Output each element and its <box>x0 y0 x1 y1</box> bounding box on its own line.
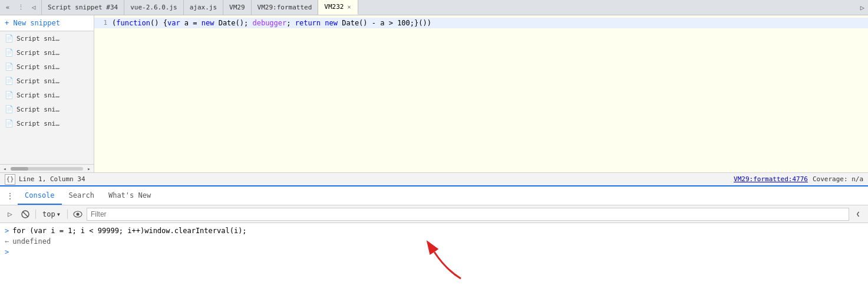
tab-close-VM232[interactable]: ✕ <box>346 4 352 10</box>
snippet-icon: 📄 <box>5 105 14 113</box>
console-result: undefined <box>12 237 51 246</box>
collapse-icon[interactable]: « <box>2 2 13 13</box>
snippet-icon: 📄 <box>5 48 14 57</box>
list-item[interactable]: 📄 Script sni… <box>0 60 94 74</box>
tab-script-snippet-34[interactable]: Script snippet #34 <box>42 0 124 15</box>
snippet-icon: 📄 <box>5 91 14 99</box>
tab-whats-new[interactable]: What's New <box>101 187 158 205</box>
tab-console[interactable]: Console <box>18 187 62 205</box>
format-button[interactable]: {} <box>5 174 15 185</box>
context-selector[interactable]: top ▾ <box>39 208 64 220</box>
scroll-left-arrow[interactable]: ◂ <box>0 165 9 173</box>
tab-bar: « ⋮ ◁ Script snippet #34 vue-2.6.0.js aj… <box>0 0 868 15</box>
console-tabs: ⋮ Console Search What's New <box>0 187 868 205</box>
console-result-row: ← undefined <box>5 236 863 247</box>
tab-vue-2.6.0.js[interactable]: vue-2.6.0.js <box>124 0 183 15</box>
snippet-item-label: Script sni… <box>16 49 60 57</box>
new-snippet-button[interactable]: + New snippet <box>0 15 94 31</box>
editor-pane[interactable]: 1 (function() {var a = new Date(); debug… <box>94 15 868 172</box>
list-item[interactable]: 📄 Script sni… <box>0 102 94 116</box>
editor-line-1: 1 (function() {var a = new Date(); debug… <box>94 18 868 28</box>
tab-right-icon[interactable]: ▷ <box>857 0 868 15</box>
tab-search[interactable]: Search <box>62 187 101 205</box>
console-output: > for (var i = 1; i < 99999; i++)window.… <box>0 223 868 301</box>
tab-VM29[interactable]: VM29 <box>223 0 252 15</box>
coverage-text: Coverage: n/a <box>813 175 863 183</box>
snippet-item-label: Script sni… <box>16 120 60 127</box>
snippet-list: 📄 Script sni… 📄 Script sni… 📄 Script sni… <box>0 31 94 164</box>
main-area: + New snippet 📄 Script sni… 📄 Script sni… <box>0 15 868 172</box>
console-empty-prompt[interactable]: > <box>5 247 863 257</box>
tab-VM29-formatted[interactable]: VM29:formatted <box>252 0 319 15</box>
result-arrow: ← <box>5 237 9 246</box>
snippet-item-label: Script sni… <box>16 35 60 42</box>
filter-right-icon[interactable]: ❮ <box>852 208 864 221</box>
console-toolbar: ▷ top ▾ ❮ <box>0 205 868 223</box>
sidebar-scrollbar[interactable]: ◂ ▸ <box>0 164 94 172</box>
snippet-item-label: Script sni… <box>16 106 60 113</box>
console-area: ⋮ Console Search What's New ▷ top <box>0 185 868 301</box>
vm29-formatted-link[interactable]: VM29:formatted:4776 <box>734 175 808 183</box>
snippet-item-label: Script sni… <box>16 91 60 99</box>
back-icon[interactable]: ◁ <box>28 2 39 13</box>
status-bar: {} Line 1, Column 34 VM29:formatted:4776… <box>0 172 868 185</box>
new-snippet-label: + New snippet <box>5 19 60 27</box>
line-content-1: (function() {var a = new Date(); debugge… <box>112 18 431 28</box>
eye-icon[interactable] <box>71 208 84 221</box>
snippet-icon: 📄 <box>5 77 14 85</box>
snippet-icon: 📄 <box>5 63 14 71</box>
snippet-item-label: Script sni… <box>16 63 60 71</box>
toolbar-divider-2 <box>67 210 68 219</box>
snippet-icon: 📄 <box>5 34 14 42</box>
execute-icon[interactable]: ▷ <box>4 208 16 221</box>
context-label: top <box>42 210 55 218</box>
list-item[interactable]: 📄 Script sni… <box>0 45 94 60</box>
sidebar: + New snippet 📄 Script sni… 📄 Script sni… <box>0 15 94 172</box>
svg-line-1 <box>23 211 28 217</box>
input-prompt: > <box>5 227 9 235</box>
status-left: {} Line 1, Column 34 <box>5 174 85 185</box>
tab-bar-left-icons: « ⋮ ◁ <box>0 0 42 15</box>
snippet-item-label: Script sni… <box>16 77 60 85</box>
visibility-icon <box>73 211 82 218</box>
scroll-thumb[interactable] <box>11 167 28 171</box>
list-item[interactable]: 📄 Script sni… <box>0 116 94 130</box>
scroll-track[interactable] <box>11 167 83 171</box>
block-icon[interactable] <box>19 208 32 221</box>
list-item[interactable]: 📄 Script sni… <box>0 31 94 45</box>
line-number-1: 1 <box>94 18 112 28</box>
svg-point-3 <box>76 212 79 215</box>
list-item[interactable]: 📄 Script sni… <box>0 88 94 102</box>
console-drag-handle[interactable]: ⋮ <box>2 191 18 201</box>
tab-VM232[interactable]: VM232 ✕ <box>318 0 358 15</box>
stop-icon <box>21 210 29 218</box>
console-command-row: > for (var i = 1; i < 99999; i++)window.… <box>5 225 863 236</box>
snippet-icon: 📄 <box>5 119 14 127</box>
editor-content: 1 (function() {var a = new Date(); debug… <box>94 15 868 172</box>
menu-icon[interactable]: ⋮ <box>15 2 26 13</box>
scroll-right-arrow[interactable]: ▸ <box>84 165 94 173</box>
list-item[interactable]: 📄 Script sni… <box>0 74 94 88</box>
cursor-position: Line 1, Column 34 <box>19 175 85 183</box>
toolbar-divider <box>35 210 36 219</box>
tab-ajax.js[interactable]: ajax.js <box>184 0 223 15</box>
context-arrow: ▾ <box>57 210 61 218</box>
console-command: for (var i = 1; i < 99999; i++)window.cl… <box>12 227 246 235</box>
filter-input[interactable] <box>87 208 849 221</box>
empty-prompt-symbol: > <box>5 248 9 256</box>
